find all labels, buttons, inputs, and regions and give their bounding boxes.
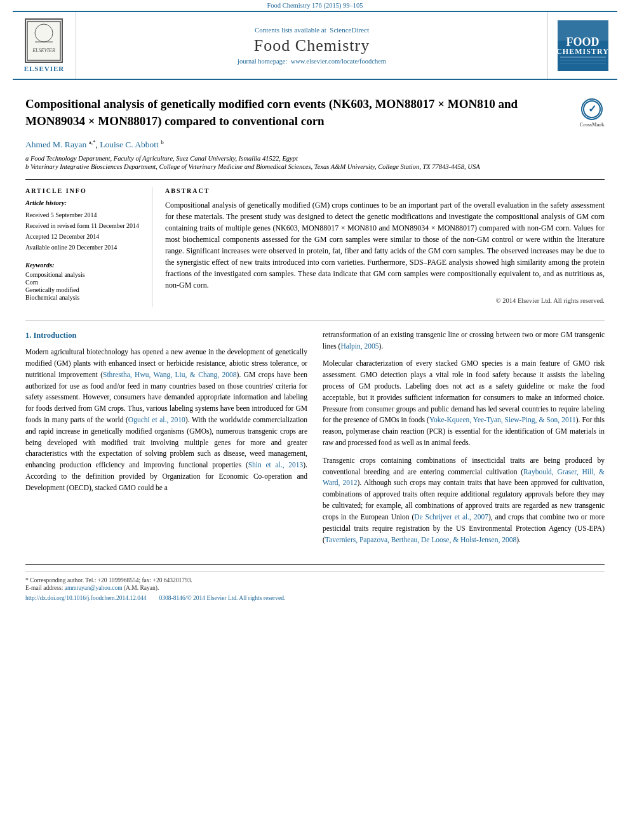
footer-links: http://dx.doi.org/10.1016/j.foodchem.201… bbox=[25, 595, 605, 601]
citation-text: Food Chemistry 176 (2015) 99–105 bbox=[267, 2, 363, 9]
fc-food-text: FOOD bbox=[566, 36, 600, 48]
intro-two-col: 1. Introduction Modern agricultural biot… bbox=[25, 330, 605, 552]
food-chemistry-logo: FOOD CHEMISTRY bbox=[558, 20, 608, 71]
ref-oguchi[interactable]: Oguchi et al., 2010 bbox=[128, 416, 185, 423]
ref-raybould[interactable]: Raybould, Graser, Hill, & Ward, 2012 bbox=[323, 468, 605, 487]
keywords-section: Keywords: Compositional analysis Corn Ge… bbox=[25, 262, 143, 301]
contents-available-line: Contents lists available at ScienceDirec… bbox=[255, 26, 369, 34]
footer-note-2: E-mail address: ammrayan@yahoo.com (A.M.… bbox=[25, 585, 605, 591]
fc-logo-icon: FOOD CHEMISTRY bbox=[558, 20, 608, 71]
intro-para2-right: Molecular characterization of every stac… bbox=[323, 358, 605, 449]
intro-heading: 1. Introduction bbox=[25, 330, 307, 342]
journal-info: Contents lists available at ScienceDirec… bbox=[76, 12, 547, 79]
journal-header: ELSEVIER ELSEVIER Contents lists availab… bbox=[13, 11, 617, 80]
crossmark-label: CrossMark bbox=[580, 121, 605, 128]
article-history: Received 5 September 2014 Received in re… bbox=[25, 210, 143, 253]
contents-text: Contents lists available at bbox=[255, 26, 326, 34]
svg-rect-0 bbox=[27, 22, 60, 60]
elsevier-icon: ELSEVIER bbox=[25, 18, 63, 63]
elsevier-logo-section: ELSEVIER ELSEVIER bbox=[13, 12, 76, 79]
intro-col-left: 1. Introduction Modern agricultural biot… bbox=[25, 330, 307, 552]
history-received: Received 5 September 2014 bbox=[25, 210, 143, 220]
ref-halpin[interactable]: Halpin, 2005 bbox=[340, 342, 379, 350]
svg-text:✓: ✓ bbox=[588, 103, 596, 114]
article-title-text: Compositional analysis of genetically mo… bbox=[25, 96, 579, 130]
article-info-column: ARTICLE INFO Article history: Received 5… bbox=[25, 187, 152, 307]
intro-para1-right: retransformation of an existing transgen… bbox=[323, 330, 605, 352]
history-accepted: Accepted 12 December 2014 bbox=[25, 232, 143, 242]
abstract-body: Compositional analysis of genetically mo… bbox=[165, 199, 605, 291]
copyright-line: © 2014 Elsevier Ltd. All rights reserved… bbox=[165, 296, 605, 306]
journal-url-line: journal homepage: www.elsevier.com/locat… bbox=[238, 58, 386, 65]
intro-para1: Modern agricultural biotechnology has op… bbox=[25, 347, 307, 494]
ref-yoke[interactable]: Yoke-Kqueen, Yee-Tyan, Siew-Ping, & Son,… bbox=[429, 416, 576, 423]
keywords-list: Compositional analysis Corn Genetically … bbox=[25, 271, 143, 301]
keyword-3: Genetically modified bbox=[25, 286, 143, 293]
abstract-text: Compositional analysis of genetically mo… bbox=[165, 199, 605, 306]
abstract-column: ABSTRACT Compositional analysis of genet… bbox=[165, 187, 605, 307]
citation-line: Food Chemistry 176 (2015) 99–105 bbox=[0, 0, 630, 11]
article-info-abstract: ARTICLE INFO Article history: Received 5… bbox=[25, 179, 605, 307]
svg-text:ELSEVIER: ELSEVIER bbox=[32, 48, 56, 53]
food-chemistry-logo-section: FOOD CHEMISTRY bbox=[547, 12, 617, 79]
authors-line: Ahmed M. Rayan a,*, Louise C. Abbott b bbox=[25, 138, 605, 150]
keyword-2: Corn bbox=[25, 279, 143, 286]
footer-doi[interactable]: http://dx.doi.org/10.1016/j.foodchem.201… bbox=[25, 595, 147, 601]
intro-col-right: retransformation of an existing transgen… bbox=[323, 330, 605, 552]
intro-number: 1. bbox=[25, 331, 31, 340]
author-2-sup: b bbox=[161, 138, 164, 145]
crossmark-icon: ✓ bbox=[581, 98, 603, 120]
main-content: Compositional analysis of genetically mo… bbox=[0, 80, 630, 564]
author-2[interactable]: Louise C. Abbott bbox=[100, 140, 159, 149]
intro-title: Introduction bbox=[34, 331, 77, 340]
affiliation-2: b Veterinary Integrative Biosciences Dep… bbox=[25, 163, 605, 170]
affiliation-1: a Food Technology Department, Faculty of… bbox=[25, 155, 605, 162]
history-revised: Received in revised form 11 December 201… bbox=[25, 221, 143, 231]
keyword-4: Biochemical analysis bbox=[25, 294, 143, 301]
elsevier-label: ELSEVIER bbox=[24, 65, 65, 72]
footer-note-1: * Corresponding author. Tel.: +20 109996… bbox=[25, 577, 605, 583]
page-wrapper: Food Chemistry 176 (2015) 99–105 ELSEVIE… bbox=[0, 0, 630, 840]
footer-email[interactable]: ammrayan@yahoo.com bbox=[65, 585, 123, 591]
authors-text: Ahmed M. Rayan a,*, Louise C. Abbott b bbox=[25, 140, 164, 149]
footer-section: * Corresponding author. Tel.: +20 109996… bbox=[25, 571, 605, 605]
ref-shin[interactable]: Shin et al., 2013 bbox=[248, 461, 304, 469]
abstract-heading: ABSTRACT bbox=[165, 187, 605, 194]
keywords-label: Keywords: bbox=[25, 262, 143, 269]
intro-para3-right: Transgenic crops containing combinations… bbox=[323, 455, 605, 546]
journal-url-prefix: journal homepage: bbox=[238, 58, 287, 65]
journal-url-link[interactable]: www.elsevier.com/locate/foodchem bbox=[291, 58, 386, 65]
article-info-heading: ARTICLE INFO bbox=[25, 187, 143, 194]
article-history-label: Article history: bbox=[25, 199, 143, 206]
journal-name: Food Chemistry bbox=[254, 36, 370, 55]
history-online: Available online 20 December 2014 bbox=[25, 243, 143, 253]
footer-issn: 0308-8146/© 2014 Elsevier Ltd. All right… bbox=[159, 595, 286, 601]
article-title-row: Compositional analysis of genetically mo… bbox=[25, 96, 605, 130]
ref-schrijver[interactable]: De Schrijver et al., 2007 bbox=[414, 513, 488, 521]
footer-divider bbox=[25, 564, 605, 565]
sciencedirect-link[interactable]: ScienceDirect bbox=[330, 26, 369, 34]
ref-sthrestha[interactable]: Sthrestha, Hwu, Wang, Liu, & Chang, 2008 bbox=[103, 371, 237, 378]
affiliations-section: a Food Technology Department, Faculty of… bbox=[25, 155, 605, 170]
ref-taverniers[interactable]: Taverniers, Papazova, Bertheau, De Loose… bbox=[325, 536, 516, 543]
keyword-1: Compositional analysis bbox=[25, 271, 143, 278]
author-1-sup: a,* bbox=[89, 138, 96, 145]
body-section: 1. Introduction Modern agricultural biot… bbox=[25, 320, 605, 552]
elsevier-logo: ELSEVIER ELSEVIER bbox=[24, 18, 65, 72]
crossmark-section: ✓ CrossMark bbox=[579, 96, 605, 128]
author-1[interactable]: Ahmed M. Rayan bbox=[25, 140, 86, 149]
